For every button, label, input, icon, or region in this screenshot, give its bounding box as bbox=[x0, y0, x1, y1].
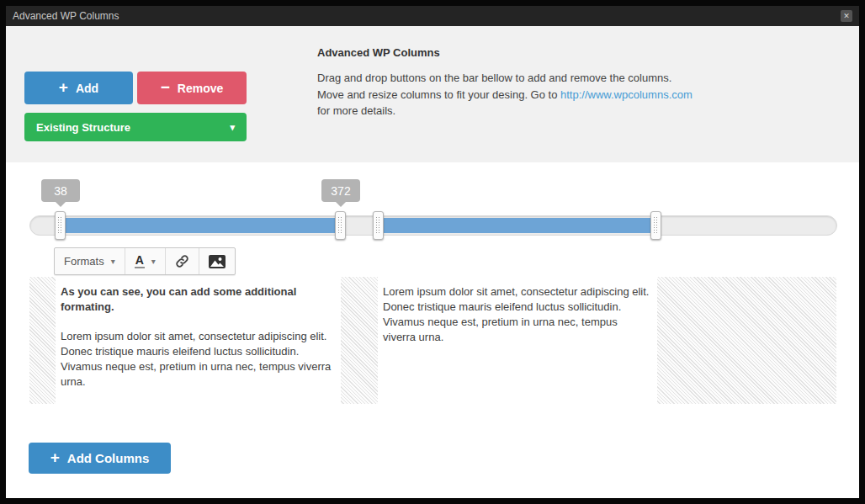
close-icon[interactable]: ✕ bbox=[841, 10, 852, 22]
image-icon bbox=[209, 255, 226, 268]
dialog-titlebar: Advanced WP Columns ✕ bbox=[6, 6, 859, 26]
formats-label: Formats bbox=[64, 255, 104, 268]
minus-icon: − bbox=[161, 78, 170, 97]
column-2-body: Lorem ipsum dolor sit amet, consectetur … bbox=[383, 284, 653, 345]
slider-value-tooltip: 38 bbox=[41, 179, 80, 202]
slider-handle[interactable] bbox=[335, 211, 346, 240]
column-controls: + Add − Remove Existing Structure ▾ bbox=[24, 72, 247, 141]
editor-toolbar: Formats ▾ A ▾ bbox=[54, 247, 236, 275]
column-resize-slider: 38 372 bbox=[29, 179, 837, 242]
button-row: + Add − Remove bbox=[24, 72, 247, 104]
grip-icon bbox=[653, 216, 659, 235]
chevron-down-icon: ▾ bbox=[230, 122, 235, 133]
slider-handle[interactable] bbox=[373, 211, 384, 240]
grip-icon bbox=[375, 216, 381, 235]
existing-structure-dropdown[interactable]: Existing Structure ▾ bbox=[24, 113, 247, 141]
advanced-wp-columns-dialog: Advanced WP Columns ✕ + Add − Remove Exi… bbox=[6, 6, 859, 498]
remove-button[interactable]: − Remove bbox=[137, 72, 247, 104]
wpcolumns-link[interactable]: http://www.wpcolumns.com bbox=[560, 88, 693, 101]
screen-overlay: Advanced WP Columns ✕ + Add − Remove Exi… bbox=[0, 0, 865, 504]
dialog-title: Advanced WP Columns bbox=[13, 10, 119, 22]
column-editor-2[interactable]: Lorem ipsum dolor sit amet, consectetur … bbox=[383, 277, 653, 404]
insert-image-button[interactable] bbox=[199, 248, 235, 274]
slider-value-tooltip: 372 bbox=[321, 179, 360, 202]
text-color-icon: A bbox=[135, 254, 145, 268]
add-columns-button[interactable]: + Add Columns bbox=[29, 443, 171, 474]
column-segment-fill bbox=[61, 218, 342, 233]
column-editor-1[interactable]: As you can see, you can add some additio… bbox=[61, 277, 342, 404]
columns-preview: As you can see, you can add some additio… bbox=[29, 277, 837, 404]
column-1-heading: As you can see, you can add some additio… bbox=[61, 284, 342, 315]
chevron-down-icon: ▾ bbox=[151, 257, 156, 266]
about-text-part2: for more details. bbox=[317, 104, 395, 117]
column-gutter-hatch bbox=[341, 277, 378, 404]
about-title: Advanced WP Columns bbox=[317, 46, 698, 59]
grip-icon bbox=[337, 216, 343, 235]
add-button[interactable]: + Add bbox=[24, 72, 133, 104]
plus-icon: + bbox=[50, 448, 60, 467]
slider-handle[interactable] bbox=[650, 211, 661, 240]
remove-button-label: Remove bbox=[178, 82, 223, 95]
add-columns-label: Add Columns bbox=[67, 451, 150, 465]
insert-link-button[interactable] bbox=[166, 248, 199, 274]
grip-icon bbox=[57, 216, 63, 235]
column-placeholder-3 bbox=[657, 277, 836, 404]
slider-track[interactable] bbox=[29, 215, 837, 236]
dialog-header: + Add − Remove Existing Structure ▾ Adva… bbox=[6, 26, 859, 162]
link-icon bbox=[175, 254, 189, 268]
about-description: Drag and drop buttons on the bar bellow … bbox=[317, 70, 698, 119]
formats-dropdown[interactable]: Formats ▾ bbox=[55, 248, 125, 274]
column-1-body: Lorem ipsum dolor sit amet, consectetur … bbox=[61, 329, 342, 390]
plus-icon: + bbox=[59, 78, 68, 97]
add-button-label: Add bbox=[76, 82, 98, 95]
column-margin-hatch bbox=[29, 277, 56, 404]
slider-handle[interactable] bbox=[55, 211, 66, 240]
dialog-content: 38 372 Formats ▾ A ▾ bbox=[6, 162, 859, 498]
existing-structure-label: Existing Structure bbox=[36, 121, 130, 134]
chevron-down-icon: ▾ bbox=[111, 257, 115, 266]
about-section: Advanced WP Columns Drag and drop button… bbox=[317, 46, 698, 119]
column-segment-fill bbox=[379, 218, 657, 233]
text-color-button[interactable]: A ▾ bbox=[125, 248, 166, 274]
